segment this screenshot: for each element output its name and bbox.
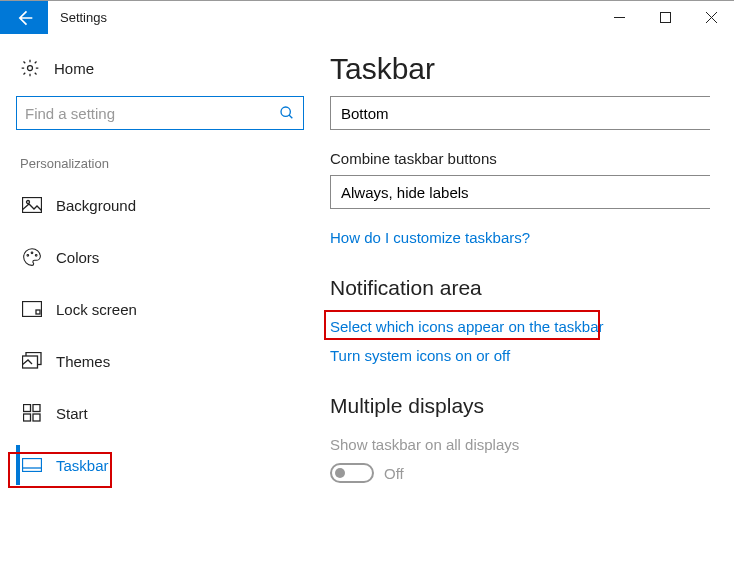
start-icon [22,403,42,423]
sidebar-item-label: Lock screen [56,301,137,318]
svg-rect-19 [33,414,40,421]
svg-rect-18 [24,414,31,421]
show-all-displays-toggle[interactable]: Off [330,463,734,483]
sidebar-item-label: Background [56,197,136,214]
lockscreen-icon [22,299,42,319]
sidebar-item-label: Taskbar [56,457,109,474]
section-label: Personalization [16,156,330,185]
svg-line-6 [289,115,292,118]
sidebar-item-start[interactable]: Start [16,393,330,433]
sidebar-item-label: Themes [56,353,110,370]
svg-rect-7 [23,198,42,213]
svg-rect-20 [23,459,42,472]
search-field[interactable] [25,105,279,122]
close-icon [706,12,717,23]
combine-buttons-dropdown[interactable]: Always, hide labels [330,175,710,209]
search-input[interactable] [16,96,304,130]
select-icons-link[interactable]: Select which icons appear on the taskbar [330,318,734,335]
sidebar-item-label: Colors [56,249,99,266]
svg-rect-13 [36,310,40,314]
taskbar-icon [22,455,42,475]
svg-point-8 [27,201,30,204]
palette-icon [22,247,42,267]
sidebar-item-themes[interactable]: Themes [16,341,330,381]
combine-label: Combine taskbar buttons [330,150,734,167]
maximize-icon [660,12,671,23]
taskbar-location-dropdown[interactable]: Bottom [330,96,710,130]
maximize-button[interactable] [642,1,688,34]
titlebar: Settings [0,0,734,34]
svg-rect-17 [33,405,40,412]
home-button[interactable]: Home [16,50,330,96]
sidebar-item-background[interactable]: Background [16,185,330,225]
dropdown-value: Bottom [341,105,389,122]
search-icon [279,105,295,121]
svg-point-9 [27,255,29,257]
gear-icon [20,58,40,78]
arrow-left-icon [14,8,34,28]
multiple-displays-heading: Multiple displays [330,394,734,418]
notification-area-heading: Notification area [330,276,734,300]
sidebar-item-taskbar[interactable]: Taskbar [16,445,330,485]
minimize-button[interactable] [596,1,642,34]
svg-point-11 [35,255,37,257]
sidebar-item-label: Start [56,405,88,422]
svg-point-4 [28,66,33,71]
back-button[interactable] [0,1,48,34]
svg-rect-16 [24,405,31,412]
sidebar-item-colors[interactable]: Colors [16,237,330,277]
minimize-icon [614,12,625,23]
toggle-track [330,463,374,483]
window-title: Settings [48,1,119,34]
system-icons-link[interactable]: Turn system icons on or off [330,347,734,364]
picture-icon [22,195,42,215]
page-title: Taskbar [330,52,734,86]
toggle-thumb [335,468,345,478]
svg-point-10 [31,252,33,254]
customize-link[interactable]: How do I customize taskbars? [330,229,734,246]
home-label: Home [54,60,94,77]
sidebar: Home Personalization Background Colors L… [0,34,330,563]
show-taskbar-all-label: Show taskbar on all displays [330,436,734,453]
toggle-state: Off [384,465,404,482]
main-content: Taskbar Bottom Combine taskbar buttons A… [330,34,734,563]
svg-point-5 [281,107,290,116]
themes-icon [22,351,42,371]
dropdown-value: Always, hide labels [341,184,469,201]
sidebar-item-lockscreen[interactable]: Lock screen [16,289,330,329]
close-button[interactable] [688,1,734,34]
svg-rect-1 [660,13,670,23]
